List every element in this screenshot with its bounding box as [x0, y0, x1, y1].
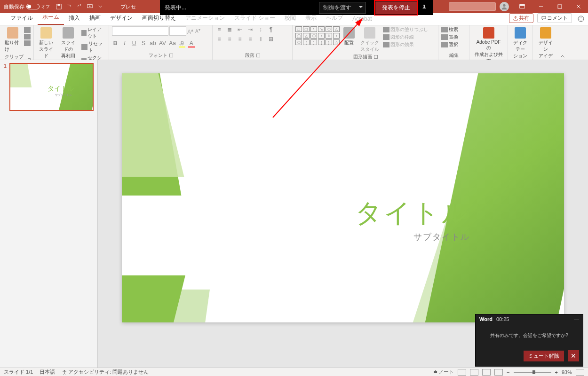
- account-avatar[interactable]: [500, 2, 509, 11]
- paste-button[interactable]: 貼り付け: [3, 26, 22, 54]
- grow-font-icon[interactable]: A▴: [186, 26, 194, 36]
- shape-fill-button[interactable]: 図形の塗りつぶし: [383, 26, 428, 33]
- undo-icon[interactable]: [66, 3, 72, 10]
- maximize-button[interactable]: [550, 0, 569, 13]
- replace-button[interactable]: 置換: [441, 34, 458, 40]
- fit-window-icon[interactable]: [576, 369, 584, 376]
- accessibility-status[interactable]: アクセシビリティ: 問題ありません: [62, 368, 149, 376]
- unmute-button[interactable]: ミュート解除: [524, 351, 564, 361]
- doc-title: プレセ: [120, 3, 136, 10]
- font-size-input[interactable]: [169, 26, 186, 36]
- teams-present-bar: 発表中... 制御を渡す 発表を停止: [160, 0, 433, 15]
- hangup-button[interactable]: ✕: [568, 350, 579, 361]
- font-color-icon[interactable]: A: [188, 40, 195, 47]
- underline-icon[interactable]: U: [131, 40, 137, 47]
- drawing-dialog-icon[interactable]: [374, 55, 378, 59]
- autosave-pill[interactable]: [26, 4, 40, 9]
- thumb-number: 1: [4, 63, 7, 111]
- normal-view-icon[interactable]: [458, 369, 466, 376]
- slide-thumbnails-pane[interactable]: 1 タイトル サブタイトル: [0, 60, 98, 368]
- zoom-level[interactable]: 93%: [562, 369, 572, 375]
- zoom-in-icon[interactable]: +: [555, 369, 558, 375]
- shadow-icon[interactable]: ab: [150, 40, 156, 47]
- select-button[interactable]: 選択: [441, 41, 458, 48]
- reading-view-icon[interactable]: [482, 369, 491, 376]
- paragraph-dialog-icon[interactable]: [256, 54, 260, 57]
- language-status[interactable]: 日本語: [40, 368, 55, 376]
- line-spacing-icon[interactable]: ↕: [257, 26, 264, 33]
- minimize-button[interactable]: [532, 0, 550, 13]
- search-box[interactable]: [449, 2, 496, 11]
- font-dialog-icon[interactable]: [169, 54, 173, 57]
- highlight-icon[interactable]: Ꭿ: [179, 40, 185, 47]
- zoom-out-icon[interactable]: −: [507, 369, 509, 375]
- adobe-pdf-button[interactable]: Adobe PDF の 作成および共有: [472, 26, 505, 65]
- case-icon[interactable]: Aa: [169, 40, 176, 47]
- svg-rect-7: [558, 5, 562, 8]
- slide-count[interactable]: スライド 1/1: [4, 368, 33, 376]
- save-icon[interactable]: [56, 3, 62, 10]
- new-slide-button[interactable]: 新しい スライド: [37, 26, 56, 60]
- justify-icon[interactable]: ≡: [246, 36, 254, 42]
- cut-icon[interactable]: [24, 27, 31, 33]
- align-right-icon[interactable]: ≡: [236, 36, 244, 42]
- slide-canvas[interactable]: タイトル サブタイトル: [122, 73, 564, 322]
- font-family-input[interactable]: [112, 26, 168, 36]
- pin-icon[interactable]: [421, 4, 428, 11]
- notes-button[interactable]: ≐ノート: [433, 368, 454, 376]
- redo-icon[interactable]: [76, 3, 83, 10]
- text-direction-icon[interactable]: ¶: [267, 26, 275, 33]
- arrange-button[interactable]: 配置: [342, 26, 357, 47]
- collapse-ribbon-icon[interactable]: [559, 25, 566, 60]
- smiley-icon[interactable]: [576, 15, 586, 23]
- copy-icon[interactable]: [24, 34, 31, 39]
- slide-subtitle-placeholder[interactable]: サブタイトル: [413, 231, 470, 243]
- bullets-icon[interactable]: ≡: [215, 26, 223, 33]
- reuse-slides-button[interactable]: スライドの 再利用: [57, 26, 79, 60]
- numbering-icon[interactable]: ≣: [226, 26, 233, 33]
- indent-inc-icon[interactable]: ⇥: [246, 26, 254, 33]
- qat-more-icon[interactable]: [97, 3, 103, 10]
- layout-button[interactable]: レイアウト: [81, 26, 106, 39]
- thumb-title: タイトル: [48, 85, 74, 93]
- slideshow-start-icon[interactable]: [87, 3, 93, 10]
- tab-home[interactable]: ホーム: [38, 11, 64, 25]
- shapes-gallery[interactable]: ▭▢\↘⬠△ ◯△⬡↑⇧↕ ⬡(){}☆: [295, 26, 340, 45]
- slide-title-placeholder[interactable]: タイトル: [355, 196, 470, 231]
- comments-button[interactable]: コメント: [537, 13, 572, 23]
- tab-acrobat[interactable]: Acrobat: [348, 14, 376, 25]
- spacing-icon[interactable]: AV: [159, 40, 166, 47]
- tab-draw[interactable]: 描画: [85, 12, 105, 25]
- italic-icon[interactable]: I: [121, 40, 128, 47]
- quick-styles-button[interactable]: クイック スタイル: [358, 26, 381, 54]
- give-control-dropdown[interactable]: 制御を渡す: [319, 2, 366, 14]
- shape-effects-button[interactable]: 図形の効果: [383, 41, 428, 48]
- share-button[interactable]: 共有: [509, 13, 533, 23]
- columns-icon[interactable]: ⫴: [257, 36, 264, 42]
- popup-minimize-icon[interactable]: —: [574, 316, 579, 322]
- reset-button[interactable]: リセット: [81, 40, 106, 54]
- align-center-icon[interactable]: ≡: [226, 36, 233, 42]
- tab-design[interactable]: デザイン: [105, 12, 137, 25]
- ribbon-display-icon[interactable]: [513, 0, 532, 13]
- tab-file[interactable]: ファイル: [6, 12, 38, 25]
- zoom-slider[interactable]: [514, 372, 551, 373]
- bold-icon[interactable]: B: [112, 40, 119, 47]
- indent-dec-icon[interactable]: ⇤: [236, 26, 244, 33]
- tab-insert[interactable]: 挿入: [64, 12, 85, 25]
- strike-icon[interactable]: S: [140, 40, 147, 47]
- smartart-icon[interactable]: ⊞: [267, 36, 275, 42]
- shrink-font-icon[interactable]: A▾: [194, 26, 201, 36]
- close-button[interactable]: [569, 0, 588, 13]
- format-painter-icon[interactable]: [24, 40, 31, 46]
- slide-thumbnail-1[interactable]: タイトル サブタイトル: [9, 63, 94, 111]
- autosave-toggle[interactable]: 自動保存 オフ: [4, 3, 50, 10]
- find-button[interactable]: 検索: [441, 26, 458, 33]
- align-left-icon[interactable]: ≡: [215, 36, 223, 42]
- shape-outline-button[interactable]: 図形の枠線: [383, 34, 428, 40]
- stop-presenting-button[interactable]: 発表を停止: [375, 1, 417, 14]
- slideshow-view-icon[interactable]: [494, 369, 503, 376]
- sorter-view-icon[interactable]: [470, 369, 478, 376]
- svg-point-9: [580, 17, 580, 18]
- dictate-button[interactable]: ディクテー ション: [511, 26, 529, 60]
